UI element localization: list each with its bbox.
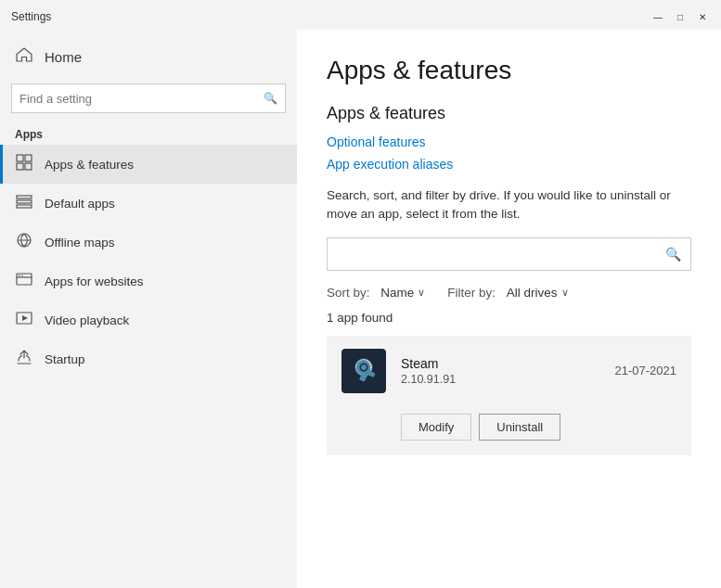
title-bar: Settings — □ ✕ [0,0,721,30]
app-actions: Modify Uninstall [327,406,691,455]
startup-label: Startup [45,352,85,366]
filter-chevron-icon: ∨ [561,287,569,299]
svg-rect-2 [17,163,23,170]
sort-label: Sort by: [327,286,370,300]
filter-row: Sort by: Name ∨ Filter by: All drives ∨ [327,286,691,300]
app-search-input[interactable]: steam [337,247,665,262]
sidebar-home[interactable]: Home [0,37,297,76]
app-count: 1 app found [327,311,691,325]
main-container: Home 🔍 Apps Apps & features [0,30,721,588]
app-search-icon: 🔍 [665,247,681,262]
sidebar-item-video-playback[interactable]: Video playback [0,300,297,339]
content-description: Search, sort, and filter by drive. If yo… [327,186,691,224]
app-list-item-row: Steam 2.10.91.91 21-07-2021 [327,336,691,406]
default-apps-icon [15,193,33,213]
apps-features-icon [15,154,33,174]
home-icon [15,46,33,67]
svg-point-17 [361,364,367,370]
sort-dropdown[interactable]: Sort by: Name ∨ [327,286,425,300]
sidebar-item-apps-features[interactable]: Apps & features [0,145,297,184]
sort-chevron-icon: ∨ [418,287,425,299]
close-button[interactable]: ✕ [695,9,710,24]
filter-dropdown[interactable]: Filter by: All drives ∨ [447,286,568,300]
svg-point-10 [21,275,23,276]
maximize-button[interactable]: □ [673,9,688,24]
apps-for-websites-icon [15,271,33,291]
filter-label: Filter by: [447,286,496,300]
app-icon-container [341,349,386,393]
apps-for-websites-label: Apps for websites [45,275,144,288]
sidebar-item-offline-maps[interactable]: Offline maps [0,223,297,262]
sort-value: Name [380,286,414,300]
sidebar-search-input[interactable] [19,92,264,106]
modify-button[interactable]: Modify [401,414,471,441]
default-apps-label: Default apps [45,197,115,211]
optional-features-link[interactable]: Optional features [327,134,691,149]
page-main-title: Apps & features [327,56,691,85]
app-list-item[interactable]: Steam 2.10.91.91 21-07-2021 Modify Unins… [327,336,691,455]
sidebar-item-apps-for-websites[interactable]: Apps for websites [0,262,297,300]
page-sub-title: Apps & features [327,104,691,123]
svg-rect-6 [17,205,32,208]
offline-maps-label: Offline maps [45,236,115,249]
sidebar-item-startup[interactable]: Startup [0,339,297,378]
svg-marker-12 [22,315,28,321]
content-panel: Apps & features Apps & features Optional… [297,30,721,588]
offline-maps-icon [15,232,33,252]
svg-rect-3 [25,163,32,170]
app-date: 21-07-2021 [615,364,677,377]
svg-rect-4 [17,196,32,198]
svg-rect-0 [17,155,23,161]
app-info: Steam 2.10.91.91 [401,356,615,386]
svg-rect-1 [25,155,32,161]
video-playback-icon [15,310,33,330]
filter-value: All drives [507,286,558,300]
video-playback-label: Video playback [45,313,129,327]
app-search-box[interactable]: steam 🔍 [327,237,691,271]
home-label: Home [45,49,82,65]
sidebar-item-default-apps[interactable]: Default apps [0,184,297,223]
sidebar-section-label: Apps [0,121,297,145]
svg-rect-5 [17,200,32,203]
app-version: 2.10.91.91 [401,373,615,386]
app-name: Steam [401,356,615,371]
sidebar: Home 🔍 Apps Apps & features [0,30,297,588]
startup-icon [15,349,33,369]
sidebar-search-box[interactable]: 🔍 [11,83,286,113]
svg-point-9 [19,275,20,276]
sidebar-search-icon: 🔍 [264,92,277,105]
app-execution-aliases-link[interactable]: App execution aliases [327,157,691,172]
minimize-button[interactable]: — [650,9,665,24]
steam-app-icon [341,349,386,393]
window-controls: — □ ✕ [650,9,710,24]
uninstall-button[interactable]: Uninstall [479,414,560,441]
apps-features-label: Apps & features [45,158,134,172]
window-title: Settings [11,10,51,23]
